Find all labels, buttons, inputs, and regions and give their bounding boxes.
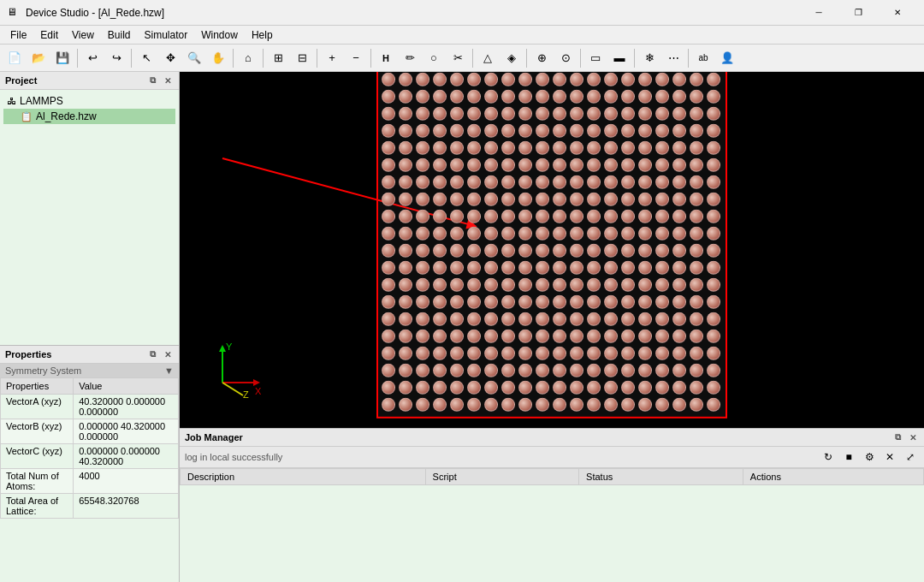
open-button[interactable]: 📂 (27, 47, 50, 69)
job-stop-button[interactable]: ■ (840, 448, 857, 466)
tool-pencil[interactable]: ✏ (399, 47, 421, 69)
project-float-button[interactable]: ⧉ (146, 74, 158, 86)
properties-float-button[interactable]: ⧉ (146, 348, 158, 360)
pan-button[interactable]: ✋ (207, 47, 229, 69)
job-close-button[interactable]: ✕ (907, 431, 919, 443)
repeat-button[interactable]: ⊙ (554, 47, 577, 69)
atom (553, 398, 566, 412)
tool-cut[interactable]: ✂ (447, 47, 469, 69)
atom (604, 295, 618, 309)
menu-item-help[interactable]: Help (245, 27, 280, 43)
tool-h[interactable]: H (375, 47, 397, 69)
atom (587, 193, 601, 206)
atom (433, 278, 447, 292)
atom (655, 347, 669, 360)
atom (399, 398, 412, 412)
atom (655, 210, 669, 223)
atom (484, 90, 498, 104)
atom (604, 158, 618, 172)
atom (433, 347, 447, 360)
zoom-button[interactable]: 🔍 (183, 47, 205, 69)
build-button-1[interactable]: ⊞ (267, 47, 289, 69)
select-button[interactable]: ↖ (135, 47, 157, 69)
atom (707, 364, 720, 377)
atom (672, 398, 686, 412)
atom (655, 364, 669, 377)
atom (518, 347, 532, 360)
coordinate-axes: Y X Z (205, 340, 265, 402)
photo-button[interactable]: 👤 (716, 47, 738, 69)
atom (707, 73, 720, 86)
remove-button[interactable]: − (345, 47, 367, 69)
home-button[interactable]: ⌂ (237, 47, 259, 69)
atom (501, 73, 515, 86)
save-button[interactable]: 💾 (51, 47, 74, 69)
tool-lasso[interactable]: ○ (423, 47, 445, 69)
atom (621, 141, 635, 155)
job-settings-button[interactable]: ⚙ (861, 448, 878, 466)
atom (433, 295, 447, 309)
job-manager-toolbar: log in local successfully ↻ ■ ⚙ ✕ ⤢ (180, 447, 924, 468)
atom (399, 158, 412, 172)
job-delete-button[interactable]: ✕ (881, 448, 898, 466)
atom (553, 158, 566, 172)
atom (450, 398, 464, 412)
atom (433, 330, 447, 343)
atom (536, 278, 549, 292)
atom (553, 278, 566, 292)
project-close-button[interactable]: ✕ (162, 74, 174, 86)
new-button[interactable]: 📄 (3, 47, 26, 69)
job-float-button[interactable]: ⧉ (891, 431, 903, 443)
build-button-2[interactable]: ⊟ (291, 47, 313, 69)
atom (399, 107, 412, 121)
menu-item-view[interactable]: View (65, 27, 101, 43)
symmetry-dropdown-icon[interactable]: ▼ (164, 365, 174, 376)
atom (672, 73, 686, 86)
canvas-container[interactable]: Y X Z (180, 72, 924, 428)
atom (621, 90, 635, 104)
prop-value-0: 40.320000 0.000000 0.000000 (74, 395, 179, 419)
atom (707, 261, 720, 275)
menu-item-file[interactable]: File (3, 27, 33, 43)
move-button[interactable]: ✥ (159, 47, 181, 69)
atom (690, 330, 703, 343)
atom (587, 295, 601, 309)
text-button[interactable]: ab (692, 47, 714, 69)
atom (450, 210, 464, 223)
minimize-button[interactable]: ─ (799, 0, 838, 26)
atom (382, 158, 395, 172)
rect2-button[interactable]: ▬ (608, 47, 631, 69)
tree-item-lammps[interactable]: 🖧 LAMMPS (3, 93, 175, 109)
menu-item-build[interactable]: Build (101, 27, 138, 43)
tool-sym[interactable]: ◈ (500, 47, 523, 69)
job-refresh-button[interactable]: ↻ (820, 448, 837, 466)
atom (570, 347, 583, 360)
rect-button[interactable]: ▭ (584, 47, 607, 69)
menu-item-simulator[interactable]: Simulator (138, 27, 195, 43)
bond-button[interactable]: ⋯ (662, 47, 684, 69)
job-expand-button[interactable]: ⤢ (902, 448, 919, 466)
tool-triangle[interactable]: △ (477, 47, 499, 69)
atom (501, 107, 515, 121)
job-status-message: log in local successfully (185, 452, 282, 462)
add-button[interactable]: + (321, 47, 343, 69)
menu-item-window[interactable]: Window (194, 27, 245, 43)
atom (638, 141, 652, 155)
atom (655, 261, 669, 275)
tree-item-al-rede[interactable]: 📋 Al_Rede.hzw (3, 109, 175, 124)
atom (587, 347, 601, 360)
atom (587, 261, 601, 275)
redo-button[interactable]: ↪ (105, 47, 127, 69)
properties-close-button[interactable]: ✕ (162, 348, 174, 360)
lattice-button[interactable]: ⊕ (530, 47, 553, 69)
window-title: Device Studio - [Al_Rede.hzw] (26, 7, 799, 19)
menu-item-edit[interactable]: Edit (33, 27, 65, 43)
restore-button[interactable]: ❐ (838, 0, 878, 26)
project-tree: 🖧 LAMMPS 📋 Al_Rede.hzw (0, 90, 179, 345)
atom (501, 330, 515, 343)
cluster-button[interactable]: ❄ (638, 47, 660, 69)
job-col-description: Description (181, 469, 426, 485)
undo-button[interactable]: ↩ (81, 47, 104, 69)
atom (382, 364, 395, 377)
close-button[interactable]: ✕ (878, 0, 917, 26)
